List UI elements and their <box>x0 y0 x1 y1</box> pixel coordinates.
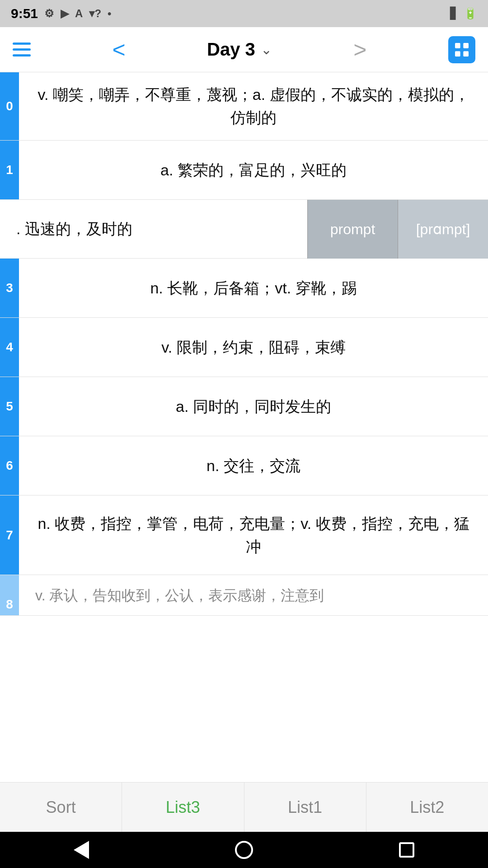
android-home-button[interactable] <box>230 836 258 863</box>
battery-icon: 🔋 <box>464 7 477 20</box>
tab-list3[interactable]: List3 <box>122 783 244 832</box>
word-row[interactable]: 0 v. 嘲笑，嘲弄，不尊重，蔑视；a. 虚假的，不诚实的，模拟的，仿制的 <box>0 72 488 141</box>
signal-icon: ▋ <box>450 7 458 20</box>
svg-rect-0 <box>455 43 460 48</box>
word-row-special[interactable]: . 迅速的，及时的 prompt [prɑmpt] <box>0 200 488 259</box>
page-title: Day 3 <box>207 39 255 60</box>
phonetic-card[interactable]: [prɑmpt] <box>398 200 488 259</box>
back-triangle-icon <box>74 841 89 859</box>
row-index-8: 8 <box>0 575 19 616</box>
title-dropdown[interactable]: Day 3 ⌄ <box>207 39 272 60</box>
svg-rect-1 <box>463 43 469 48</box>
grid-icon <box>453 41 471 59</box>
home-circle-icon <box>235 841 253 859</box>
svg-rect-3 <box>463 51 469 57</box>
row-definition-8-partial: v. 承认，告知收到，公认，表示感谢，注意到 <box>19 575 488 615</box>
android-back-button[interactable] <box>68 836 95 863</box>
tab-list1[interactable]: List1 <box>244 783 366 832</box>
word-row[interactable]: 1 a. 繁荣的，富足的，兴旺的 <box>0 141 488 200</box>
row-index-1: 1 <box>0 141 19 199</box>
wifi-icon: ▾? <box>89 7 101 20</box>
row-definition-3: n. 长靴，后备箱；vt. 穿靴，踢 <box>19 259 488 317</box>
hamburger-line-3 <box>13 54 31 57</box>
phonetic-label: [prɑmpt] <box>416 221 470 238</box>
android-recent-button[interactable] <box>393 836 420 863</box>
row-index-6: 6 <box>0 436 19 495</box>
word-card[interactable]: prompt <box>307 200 398 259</box>
overlay-cards: prompt [prɑmpt] <box>307 200 488 258</box>
recent-rect-icon <box>399 842 414 858</box>
word-row[interactable]: 6 n. 交往，交流 <box>0 436 488 495</box>
hamburger-menu[interactable] <box>13 42 31 57</box>
row-definition-5: a. 同时的，同时发生的 <box>19 377 488 436</box>
word-label: prompt <box>330 221 375 238</box>
row-definition-0: v. 嘲笑，嘲弄，不尊重，蔑视；a. 虚假的，不诚实的，模拟的，仿制的 <box>19 72 488 140</box>
word-row[interactable]: 3 n. 长靴，后备箱；vt. 穿靴，踢 <box>0 259 488 318</box>
status-time: 9:51 <box>11 6 38 21</box>
row-definition-7: n. 收费，指控，掌管，电荷，充电量；v. 收费，指控，充电，猛冲 <box>19 495 488 575</box>
row-definition-6: n. 交往，交流 <box>19 436 488 495</box>
dropdown-icon: ⌄ <box>261 42 272 57</box>
tab-sort[interactable]: Sort <box>0 783 122 832</box>
android-nav-bar <box>0 832 488 868</box>
word-row[interactable]: 7 n. 收费，指控，掌管，电荷，充电量；v. 收费，指控，充电，猛冲 <box>0 495 488 575</box>
grid-view-button[interactable] <box>448 36 475 63</box>
status-bar: 9:51 ⚙ ▶ A ▾? • ▋ 🔋 <box>0 0 488 27</box>
row-index-5: 5 <box>0 377 19 436</box>
forward-button[interactable]: > <box>353 38 366 61</box>
row-index-4: 4 <box>0 318 19 377</box>
word-row[interactable]: 5 a. 同时的，同时发生的 <box>0 377 488 436</box>
row-index-3: 3 <box>0 259 19 317</box>
dot-icon: • <box>108 7 111 20</box>
row-index-7: 7 <box>0 495 19 575</box>
tab-list2[interactable]: List2 <box>366 783 488 832</box>
play-icon: ▶ <box>61 7 69 20</box>
hamburger-line-2 <box>13 48 31 51</box>
word-list: 0 v. 嘲笑，嘲弄，不尊重，蔑视；a. 虚假的，不诚实的，模拟的，仿制的 1 … <box>0 72 488 616</box>
row-index-0: 0 <box>0 72 19 140</box>
hamburger-line-1 <box>13 42 31 45</box>
word-row-partial[interactable]: 8 v. 承认，告知收到，公认，表示感谢，注意到 <box>0 575 488 616</box>
svg-rect-2 <box>455 51 460 57</box>
back-button[interactable]: < <box>112 38 125 61</box>
bottom-tab-bar: Sort List3 List1 List2 <box>0 782 488 832</box>
nav-bar: < Day 3 ⌄ > <box>0 27 488 72</box>
word-row[interactable]: 4 v. 限制，约束，阻碍，束缚 <box>0 318 488 377</box>
row-definition-4: v. 限制，约束，阻碍，束缚 <box>19 318 488 377</box>
row-definition-1: a. 繁荣的，富足的，兴旺的 <box>19 141 488 199</box>
settings-icon: ⚙ <box>44 7 54 20</box>
font-icon: A <box>75 7 83 20</box>
